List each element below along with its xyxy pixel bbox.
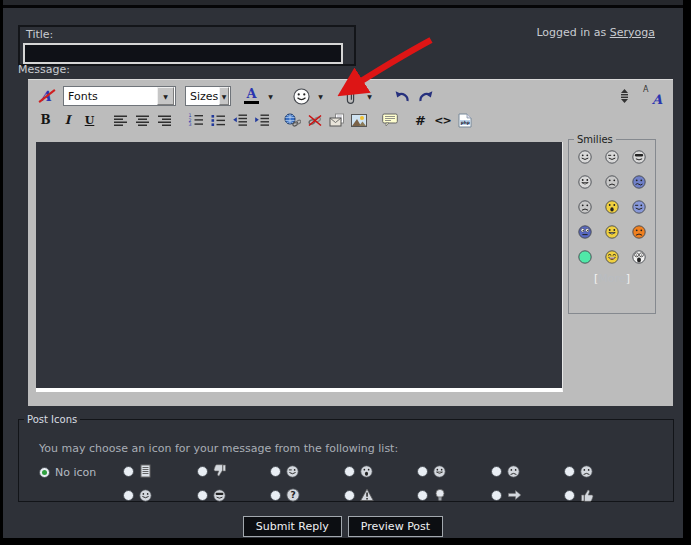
- message-textarea[interactable]: [36, 142, 563, 392]
- smiley-angry[interactable]: [632, 225, 646, 239]
- wrap-code-icon: #: [415, 113, 426, 128]
- message-label: Message:: [18, 63, 70, 76]
- wrap-php-icon: php: [458, 113, 472, 128]
- toolbar-separator: [102, 120, 111, 121]
- post-icons-legend: Post Icons: [24, 414, 80, 425]
- indent-icon: [254, 113, 270, 127]
- align-right-icon: [157, 114, 172, 127]
- smiley-smile[interactable]: [578, 150, 592, 164]
- font-color-dd-button[interactable]: ▼: [261, 86, 280, 106]
- align-right-button[interactable]: [155, 110, 174, 130]
- smiley-scream[interactable]: [632, 250, 646, 264]
- font-color-button[interactable]: A: [242, 86, 261, 106]
- post-icon-option-lightbulb: [417, 488, 491, 502]
- resize-editor-button[interactable]: [615, 86, 634, 106]
- smiley-button[interactable]: [292, 86, 311, 106]
- remove-link-button[interactable]: [305, 110, 324, 130]
- post-icon-option-post: [123, 464, 197, 478]
- smiley-eek[interactable]: [605, 200, 619, 214]
- quote-button[interactable]: [380, 110, 399, 130]
- wrap-code-button[interactable]: #: [411, 110, 430, 130]
- smiley-biggrin[interactable]: [578, 175, 592, 189]
- smiley-redface[interactable]: [605, 225, 619, 239]
- remove-link-icon: [307, 114, 323, 127]
- fonts-dropdown-arrow-icon[interactable]: ▼: [157, 87, 174, 105]
- smiley-mad[interactable]: [605, 175, 619, 189]
- redo-button[interactable]: [416, 86, 435, 106]
- smiley-confused[interactable]: [632, 175, 646, 189]
- smilies-panel: Smilies [More]: [568, 134, 656, 314]
- more-link-text[interactable]: More: [598, 272, 625, 285]
- insert-image-button[interactable]: [349, 110, 368, 130]
- align-left-button[interactable]: [111, 110, 130, 130]
- align-center-button[interactable]: [133, 110, 152, 130]
- smiley-cool[interactable]: [632, 150, 646, 164]
- post-icon-option-mad: [564, 465, 638, 478]
- smiley-rolleyes[interactable]: [578, 200, 592, 214]
- smiley-dd-button[interactable]: ▼: [311, 86, 330, 106]
- post-icon-radio-smile[interactable]: [123, 490, 134, 501]
- post-icon-radio-biggrin[interactable]: [417, 466, 428, 477]
- post-icon-radio-post[interactable]: [123, 466, 134, 477]
- title-input[interactable]: [23, 43, 343, 64]
- post-icon-radio-frown[interactable]: [491, 466, 502, 477]
- remove-format-button[interactable]: A: [36, 86, 55, 106]
- post-icon-frown-icon: [507, 465, 520, 478]
- title-label: Title:: [26, 28, 53, 41]
- post-icon-radio-mad[interactable]: [564, 466, 575, 477]
- fonts-select[interactable]: Fonts▼: [63, 86, 176, 106]
- smiley-winky[interactable]: [632, 200, 646, 214]
- outdent-icon: [232, 113, 248, 127]
- submit-reply-button[interactable]: Submit Reply: [243, 516, 342, 537]
- preview-post-button[interactable]: Preview Post: [348, 516, 443, 537]
- insert-link-button[interactable]: [283, 110, 302, 130]
- logged-in-text: Logged in as: [536, 26, 609, 39]
- post-icon-option-biggrin: [417, 465, 491, 478]
- smiley-wink[interactable]: [605, 150, 619, 164]
- smiley-laugh[interactable]: [605, 250, 619, 264]
- outdent-button[interactable]: [230, 110, 249, 130]
- smilies-legend: Smilies: [574, 134, 616, 145]
- attachment-dd-button[interactable]: ▼: [360, 86, 379, 106]
- bold-button[interactable]: B: [36, 110, 55, 130]
- post-icon-option-arrow-right: [491, 489, 565, 501]
- username-link[interactable]: Seryoga: [610, 26, 655, 39]
- post-icon-radio-question[interactable]: [270, 490, 281, 501]
- italic-icon: I: [65, 113, 71, 127]
- smiley-upset[interactable]: [578, 225, 592, 239]
- undo-button[interactable]: [392, 86, 411, 106]
- post-icon-radio-eek[interactable]: [344, 466, 355, 477]
- action-buttons: Submit Reply Preview Post: [3, 516, 683, 537]
- smilies-more-link[interactable]: [More]: [569, 272, 655, 285]
- no-icon-radio[interactable]: [39, 467, 50, 478]
- toggle-editor-mode-button[interactable]: AA: [642, 86, 662, 106]
- ordered-list-button[interactable]: 123: [186, 110, 205, 130]
- attachment-button[interactable]: [341, 86, 360, 106]
- post-icon-radio-lightbulb[interactable]: [417, 490, 428, 501]
- insert-email-button[interactable]: [327, 110, 346, 130]
- font-color-dd-icon: ▼: [265, 93, 276, 100]
- indent-button[interactable]: [252, 110, 271, 130]
- post-icon-radio-thumbs-up[interactable]: [564, 490, 575, 501]
- toolbar-row-1: AFonts▼Sizes▼A▼▼▼AA: [36, 85, 665, 107]
- sizes-select[interactable]: Sizes▼: [185, 86, 231, 106]
- sizes-dropdown-arrow-icon[interactable]: ▼: [219, 87, 229, 105]
- underline-button[interactable]: U: [80, 110, 99, 130]
- post-icon-radio-wink[interactable]: [270, 466, 281, 477]
- post-icon-arrow-right-icon: [507, 489, 522, 501]
- top-divider: [3, 0, 683, 8]
- quote-icon: [382, 113, 398, 127]
- ordered-list-icon: 123: [188, 113, 204, 127]
- wrap-php-button[interactable]: php: [455, 110, 474, 130]
- no-icon-option[interactable]: No icon: [39, 466, 96, 479]
- italic-button[interactable]: I: [58, 110, 77, 130]
- post-icon-mad-icon: [580, 465, 593, 478]
- smiley-blank[interactable]: [578, 250, 592, 264]
- post-icon-radio-cool[interactable]: [197, 490, 208, 501]
- post-icon-radio-exclamation[interactable]: [344, 490, 355, 501]
- post-icon-radio-arrow-right[interactable]: [491, 490, 502, 501]
- unordered-list-button[interactable]: [208, 110, 227, 130]
- post-icon-radio-thumbs-down[interactable]: [197, 466, 208, 477]
- post-icon-option-question: ?: [270, 488, 344, 502]
- wrap-html-button[interactable]: <>: [433, 110, 452, 130]
